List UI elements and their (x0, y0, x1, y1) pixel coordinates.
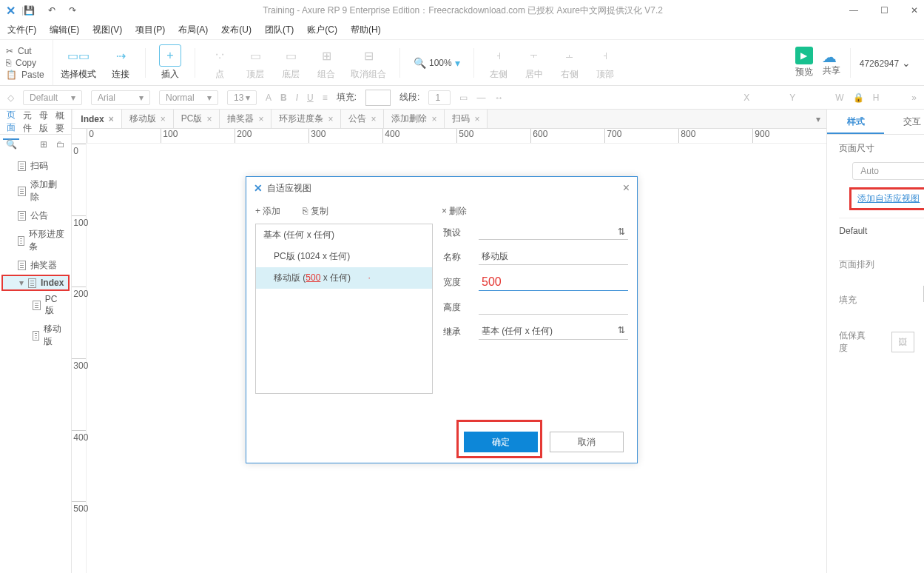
list-item[interactable]: 基本 (任何 x 任何) (256, 224, 432, 246)
preset-select[interactable]: ⇅ (479, 225, 628, 240)
line-width[interactable]: 1 (428, 90, 451, 105)
canvas-tab[interactable]: 移动版× (122, 110, 174, 128)
menu-account[interactable]: 账户(C) (307, 24, 337, 36)
page-item[interactable]: PC版 (0, 291, 71, 320)
dlg-add-button[interactable]: + 添加 (255, 205, 280, 218)
paste-button[interactable]: 📋 Paste (0, 69, 53, 81)
cut-button[interactable]: ✂ Cut (0, 45, 53, 57)
text-color-icon[interactable]: A (266, 93, 272, 103)
menu-help[interactable]: 帮助(H) (351, 24, 381, 36)
list-icon[interactable]: ≡ (323, 93, 328, 103)
size-select[interactable]: 13▾ (227, 90, 257, 105)
inherit-select[interactable]: 基本 (任何 x 任何)⇅ (479, 324, 628, 340)
bold-icon[interactable]: B (280, 93, 287, 103)
insert-tool[interactable]: +插入 (159, 44, 181, 81)
page-size-select[interactable]: Auto⇅ (852, 162, 924, 180)
style-preset[interactable]: Default▾ (23, 90, 82, 105)
minimize-icon[interactable]: — (849, 5, 858, 16)
account-label[interactable]: 47262947 ⌄ (860, 57, 911, 69)
cancel-button[interactable]: 取消 (550, 432, 624, 452)
menu-publish[interactable]: 发布(U) (221, 24, 252, 36)
lowfi-row: 低保真度 🖼 降低视觉保真度以专注于用户体验 (839, 329, 924, 355)
dlg-delete-button[interactable]: × 删除 (442, 205, 467, 218)
page-item[interactable]: 环形进度条 (0, 225, 71, 256)
toolbar: ✂ Cut ⎘ Copy 📋 Paste ▭▭选择模式 ⇢连接 +插入 ⸪点 ▭… (0, 40, 924, 86)
close-icon[interactable]: ✕ (911, 5, 918, 16)
connect-tool[interactable]: ⇢连接 (109, 44, 132, 81)
save-icon[interactable]: 💾 (24, 5, 35, 16)
menu-team[interactable]: 团队(T) (265, 24, 294, 36)
bottom-tool: ▭底层 (280, 44, 302, 81)
undo-icon[interactable]: ↶ (48, 5, 55, 16)
style-icon[interactable]: ◇ (7, 93, 14, 103)
width-input[interactable]: 500 (479, 274, 628, 291)
page-item[interactable]: 移动版 (0, 320, 71, 351)
tab-outline[interactable]: 概要 (52, 105, 68, 139)
dialog-close-icon[interactable]: × (623, 181, 630, 195)
page-item[interactable]: 抽奖器 (0, 256, 71, 275)
tab-widgets[interactable]: 元件 (19, 105, 36, 139)
tab-style[interactable]: 样式 (827, 110, 884, 134)
fill-swatch[interactable] (365, 90, 391, 106)
canvas-tab[interactable]: 公告× (341, 110, 384, 128)
group-tool: ⊞组合 (315, 44, 337, 81)
dialog-title: 自适应视图 (267, 182, 311, 195)
arrow-icon[interactable]: ↔ (494, 93, 503, 103)
page-item[interactable]: 扫码 (0, 157, 71, 175)
default-section: Default✎ (839, 226, 924, 236)
list-item[interactable]: PC版 (1024 x 任何) (256, 246, 432, 267)
add-page-icon[interactable]: ⊞ (40, 139, 47, 150)
canvas-tab[interactable]: 抽奖器× (220, 110, 272, 128)
x-label: X (743, 93, 749, 103)
preview-icon[interactable]: ▶ (795, 47, 813, 64)
italic-icon[interactable]: I (296, 93, 298, 103)
redo-icon[interactable]: ↷ (69, 5, 76, 16)
weight-select[interactable]: Normal▾ (159, 90, 218, 105)
dlg-copy-button[interactable]: ⎘ 复制 (303, 205, 328, 218)
search-icon[interactable]: 🔍 (6, 139, 17, 150)
canvas-tab[interactable]: 扫码× (445, 110, 488, 128)
height-input[interactable] (479, 300, 628, 315)
page-item-selected[interactable]: ▾Index (1, 275, 70, 291)
list-item-selected[interactable]: 移动版 (500 x 任何) · (256, 267, 432, 289)
menu-file[interactable]: 文件(F) (7, 24, 36, 36)
tab-masters[interactable]: 母版 (36, 105, 52, 139)
select-tool[interactable]: ▭▭选择模式 (61, 44, 96, 81)
menu-layout[interactable]: 布局(A) (178, 24, 208, 36)
title-bar: ✕ | 💾 ↶ ↷ Training - Axure RP 9 Enterpri… (0, 0, 924, 21)
window-title: Training - Axure RP 9 Enterprise Edition… (76, 4, 849, 17)
name-label: 名称 (443, 251, 470, 264)
menu-bar: 文件(F) 编辑(E) 视图(V) 项目(P) 布局(A) 发布(U) 团队(T… (0, 21, 924, 40)
canvas-tab[interactable]: 添加删除× (384, 110, 445, 128)
folder-icon[interactable]: 🗀 (56, 139, 65, 150)
copy-button[interactable]: ⎘ Copy (0, 57, 53, 69)
page-item[interactable]: 公告 (0, 207, 71, 225)
menu-edit[interactable]: 编辑(E) (50, 24, 79, 36)
tab-overflow-icon[interactable]: ▾ (810, 114, 826, 124)
canvas-tab[interactable]: PC版× (174, 110, 220, 128)
lowfi-icon[interactable]: 🖼 (891, 332, 914, 352)
left-sidebar: 页面 元件 母版 概要 🔍 ⊞ 🗀 扫码 添加删除 公告 环形进度条 抽奖器 ▾… (0, 110, 72, 573)
underline-icon[interactable]: U (307, 93, 314, 103)
top-tool: ▭顶层 (244, 44, 266, 81)
line-color-icon[interactable]: ▭ (459, 93, 468, 103)
align-left-tool: ⫞左侧 (488, 44, 510, 81)
fill-label: 填充: (337, 91, 357, 104)
canvas-tab[interactable]: Index× (73, 110, 121, 128)
maximize-icon[interactable]: ☐ (880, 5, 888, 16)
page-item[interactable]: 添加删除 (0, 175, 71, 207)
add-adaptive-view-link[interactable]: 添加自适应视图 (849, 187, 924, 210)
name-input[interactable]: 移动版 (479, 249, 628, 265)
more-icon[interactable]: » (911, 93, 917, 103)
lock-icon[interactable]: 🔒 (853, 93, 864, 103)
menu-view[interactable]: 视图(V) (92, 24, 122, 36)
preview-label: 预览 (795, 66, 813, 78)
tab-interact[interactable]: 交互 (884, 110, 924, 134)
share-icon[interactable]: ☁ (822, 48, 841, 63)
line-style-icon[interactable]: — (476, 93, 485, 103)
menu-project[interactable]: 项目(P) (135, 24, 165, 36)
font-select[interactable]: Arial▾ (91, 90, 150, 105)
zoom-control[interactable]: 🔍 100% ▾ (414, 57, 460, 69)
canvas-tab[interactable]: 环形进度条× (272, 110, 341, 128)
page-align-row: 页面排列 ≡ ≡ (839, 258, 924, 271)
